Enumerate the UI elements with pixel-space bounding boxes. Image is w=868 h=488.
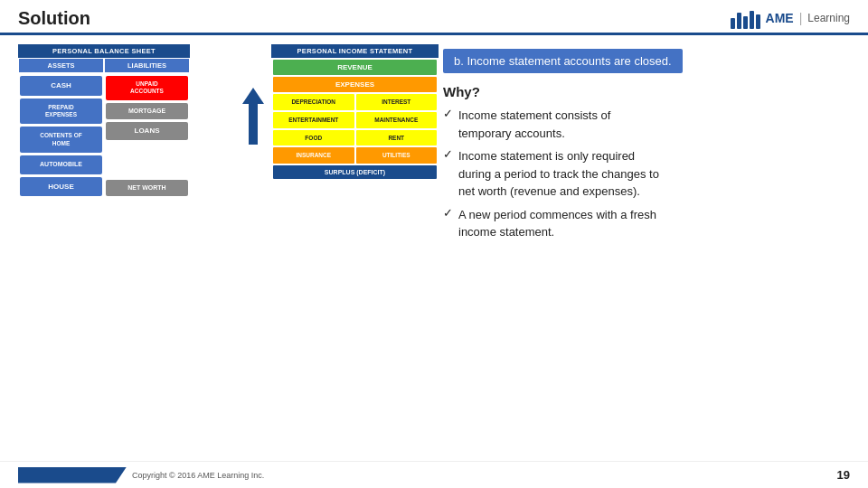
asset-cash: CASH [20, 76, 102, 96]
logo-bar-1 [731, 18, 735, 29]
liability-spacer [106, 143, 188, 175]
logo-icon [731, 7, 760, 29]
arrow-area [197, 44, 264, 199]
income-food: FOOD [273, 130, 354, 146]
bullet-1: ✓ Income statement consists oftemporary … [443, 107, 850, 142]
liability-unpaid: UNPAIDACCOUNTS [106, 76, 188, 100]
header: Solution AME | Learning [0, 0, 868, 35]
income-rent: RENT [356, 130, 438, 146]
balance-sheet-title: PERSONAL BALANCE SHEET [18, 44, 190, 58]
income-depreciation: DEPRECIATION [273, 94, 354, 110]
bullet-2: ✓ Income statement is only requireddurin… [443, 147, 850, 201]
highlight-box: b. Income statement accounts are closed. [443, 49, 683, 73]
page-title: Solution [18, 8, 90, 29]
logo-bar-2 [737, 13, 741, 29]
income-insurance: INSURANCE [273, 147, 354, 164]
asset-automobile: AUTOMOBILE [20, 155, 102, 174]
balance-sheet-columns: ASSETS LIABILITIES [18, 58, 190, 73]
bullet-text-3: A new period commences with a freshincom… [458, 206, 656, 241]
why-label: Why? [443, 84, 850, 99]
logo: AME | Learning [731, 7, 850, 29]
footer: Copyright © 2016 AME Learning Inc. 19 [0, 461, 868, 488]
income-interest: INTEREST [356, 94, 438, 110]
income-statement: PERSONAL INCOME STATEMENT REVENUE EXPENS… [271, 44, 439, 199]
text-area: b. Income statement accounts are closed.… [434, 44, 850, 442]
logo-bar-3 [743, 16, 748, 29]
logo-divider: | [799, 11, 803, 25]
bullet-text-1: Income statement consists oftemporary ac… [458, 107, 610, 142]
liability-loans: LOANS [106, 122, 188, 140]
assets-header: ASSETS [18, 58, 104, 73]
liabilities-column: UNPAIDACCOUNTS MORTGAGE LOANS NET WORTH [104, 73, 190, 199]
check-icon-3: ✓ [443, 206, 453, 220]
asset-house: HOUSE [20, 177, 102, 197]
logo-text: AME [766, 11, 794, 25]
arrow-head [242, 88, 264, 104]
main-content: PERSONAL BALANCE SHEET ASSETS LIABILITIE… [0, 35, 868, 451]
income-grid: DEPRECIATION INTEREST ENTERTAINMENT MAIN… [271, 94, 439, 164]
logo-bar-5 [756, 14, 760, 29]
diagram-area: PERSONAL BALANCE SHEET ASSETS LIABILITIE… [18, 44, 416, 442]
income-title: PERSONAL INCOME STATEMENT [271, 44, 439, 58]
footer-left: Copyright © 2016 AME Learning Inc. [18, 467, 264, 483]
liability-net-worth: NET WORTH [106, 180, 188, 196]
income-maintenance: MAINTENANCE [356, 112, 438, 128]
asset-prepaid: PREPAIDEXPENSES [20, 99, 102, 125]
bullet-text-2: Income statement is only requiredduring … [458, 147, 659, 201]
balance-rows: CASH PREPAIDEXPENSES CONTENTS OFHOME AUT… [18, 73, 190, 199]
asset-contents: CONTENTS OFHOME [20, 127, 102, 153]
check-icon-1: ✓ [443, 107, 453, 120]
assets-column: CASH PREPAIDEXPENSES CONTENTS OFHOME AUT… [18, 73, 104, 199]
copyright: Copyright © 2016 AME Learning Inc. [132, 471, 264, 480]
up-arrow [242, 88, 264, 145]
income-utilities: UTILITIES [356, 147, 438, 164]
bullet-3: ✓ A new period commences with a freshinc… [443, 206, 850, 241]
sheets-row: PERSONAL BALANCE SHEET ASSETS LIABILITIE… [18, 44, 439, 199]
arrow-body [249, 104, 258, 145]
logo-bar-4 [750, 11, 754, 29]
diagram-wrapper: PERSONAL BALANCE SHEET ASSETS LIABILITIE… [18, 44, 439, 442]
footer-bar [18, 467, 127, 483]
income-entertainment: ENTERTAINMENT [273, 112, 354, 128]
liabilities-header: LIABILITIES [104, 58, 190, 73]
expenses-header: EXPENSES [273, 77, 437, 92]
liability-mortgage: MORTGAGE [106, 103, 188, 119]
check-icon-2: ✓ [443, 147, 453, 161]
balance-sheet: PERSONAL BALANCE SHEET ASSETS LIABILITIE… [18, 44, 190, 199]
page-number: 19 [837, 468, 850, 482]
logo-sub: Learning [807, 12, 850, 24]
surplus-bar: SURPLUS (DEFICIT) [273, 165, 437, 179]
revenue-header: REVENUE [273, 60, 437, 75]
